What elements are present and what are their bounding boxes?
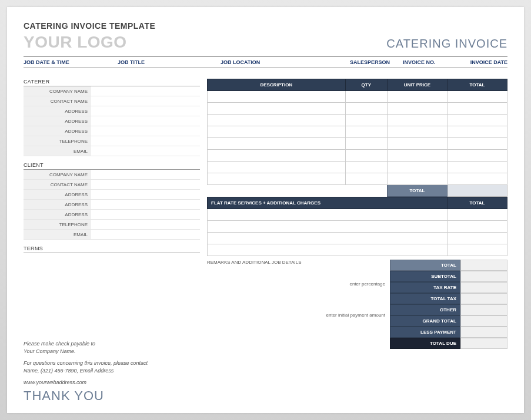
client-address3-label: ADDRESS bbox=[24, 210, 91, 219]
flat-row[interactable] bbox=[208, 221, 507, 233]
flat-row[interactable] bbox=[208, 233, 507, 244]
caterer-email-label: EMAIL bbox=[24, 146, 91, 156]
item-row[interactable] bbox=[208, 162, 507, 173]
summ-grandtotal-label: GRAND TOTAL bbox=[390, 315, 460, 327]
jh-invoice-date: INVOICE DATE bbox=[456, 59, 507, 65]
summ-subtotal-value bbox=[460, 271, 507, 282]
jh-location: JOB LOCATION bbox=[221, 59, 350, 65]
item-row[interactable] bbox=[208, 103, 507, 115]
caterer-section: CATERER bbox=[24, 79, 200, 85]
items-total-value bbox=[447, 185, 507, 197]
terms-label: TERMS bbox=[24, 246, 200, 251]
footer-url: www.yourwebaddress.com bbox=[24, 379, 200, 387]
client-address1-label: ADDRESS bbox=[24, 190, 91, 199]
flat-total-header: TOTAL bbox=[447, 197, 507, 209]
client-address2-label: ADDRESS bbox=[24, 200, 91, 209]
summ-total-label: TOTAL bbox=[390, 260, 460, 271]
invoice-page: CATERING INVOICE TEMPLATE YOUR LOGO CATE… bbox=[7, 7, 524, 413]
summ-grandtotal-value bbox=[460, 315, 507, 327]
right-column: DESCRIPTION QTY UNIT PRICE TOTAL TOTAL bbox=[207, 79, 507, 349]
items-total-row: TOTAL bbox=[208, 185, 507, 197]
client-section: CLIENT bbox=[24, 162, 200, 168]
summ-subtotal-label: SUBTOTAL bbox=[390, 271, 460, 282]
client-contact-label: CONTACT NAME bbox=[24, 180, 91, 189]
footer-text: Please make check payable to Your Compan… bbox=[24, 340, 200, 387]
items-total-label: TOTAL bbox=[387, 185, 447, 197]
item-row[interactable] bbox=[208, 115, 507, 126]
caterer-address2-label: ADDRESS bbox=[24, 116, 91, 126]
template-title: CATERING INVOICE TEMPLATE bbox=[24, 21, 507, 31]
summ-totaltax-label: TOTAL TAX bbox=[390, 293, 460, 304]
client-email-label: EMAIL bbox=[24, 230, 91, 239]
caterer-telephone-label: TELEPHONE bbox=[24, 136, 91, 146]
flat-header: FLAT RATE SERVICES + ADDITIONAL CHARGES bbox=[208, 197, 447, 209]
client-block: COMPANY NAME CONTACT NAME ADDRESS ADDRES… bbox=[24, 169, 200, 240]
item-row[interactable] bbox=[208, 150, 507, 162]
summ-total-value bbox=[460, 260, 507, 271]
flat-rate-table: FLAT RATE SERVICES + ADDITIONAL CHARGES … bbox=[207, 197, 507, 256]
caterer-company-label: COMPANY NAME bbox=[24, 86, 91, 96]
th-total: TOTAL bbox=[447, 79, 507, 91]
item-row[interactable] bbox=[208, 91, 507, 103]
invoice-title: CATERING INVOICE bbox=[386, 37, 507, 51]
item-row[interactable] bbox=[208, 138, 507, 150]
flat-row[interactable] bbox=[208, 209, 507, 221]
client-telephone-label: TELEPHONE bbox=[24, 220, 91, 229]
thank-you: THANK YOU bbox=[24, 388, 104, 404]
th-unit-price: UNIT PRICE bbox=[387, 79, 447, 91]
logo-placeholder: YOUR LOGO bbox=[24, 33, 127, 52]
caterer-block: COMPANY NAME CONTACT NAME ADDRESS ADDRES… bbox=[24, 86, 200, 156]
caterer-address1-label: ADDRESS bbox=[24, 106, 91, 116]
flat-row[interactable] bbox=[208, 244, 507, 256]
summ-lesspayment-value[interactable] bbox=[460, 327, 507, 338]
item-row[interactable] bbox=[208, 126, 507, 138]
summ-lesspayment-label: LESS PAYMENT bbox=[390, 327, 460, 338]
summ-taxrate-value[interactable] bbox=[460, 282, 507, 293]
jh-invoice-no: INVOICE NO. bbox=[403, 59, 456, 65]
th-description: DESCRIPTION bbox=[208, 79, 346, 91]
left-column: CATERER COMPANY NAME CONTACT NAME ADDRES… bbox=[24, 79, 200, 349]
remarks-title: REMARKS AND ADDITIONAL JOB DETAILS bbox=[207, 260, 390, 265]
items-table: DESCRIPTION QTY UNIT PRICE TOTAL TOTAL bbox=[207, 79, 507, 197]
client-company-label: COMPANY NAME bbox=[24, 170, 91, 179]
terms-divider bbox=[24, 253, 200, 253]
summ-taxrate-label: TAX RATE bbox=[390, 282, 460, 293]
summ-totaldue-value bbox=[460, 338, 507, 349]
hint-initial-payment: enter initial payment amount bbox=[207, 313, 390, 318]
job-header: JOB DATE & TIME JOB TITLE JOB LOCATION S… bbox=[24, 56, 507, 68]
footer-line1: Please make check payable to Your Compan… bbox=[24, 340, 200, 356]
header-row: YOUR LOGO CATERING INVOICE bbox=[24, 33, 507, 52]
summ-other-value[interactable] bbox=[460, 304, 507, 315]
footer-line2: For questions concerning this invoice, p… bbox=[24, 359, 200, 375]
summary: TOTAL SUBTOTAL TAX RATE TOTAL TAX OTHER … bbox=[390, 260, 507, 349]
item-row[interactable] bbox=[208, 173, 507, 185]
jh-datetime: JOB DATE & TIME bbox=[24, 59, 118, 65]
summ-other-label: OTHER bbox=[390, 304, 460, 315]
caterer-address3-label: ADDRESS bbox=[24, 126, 91, 136]
th-qty: QTY bbox=[345, 79, 387, 91]
remarks-area: REMARKS AND ADDITIONAL JOB DETAILS enter… bbox=[207, 260, 390, 349]
jh-salesperson: SALESPERSON bbox=[350, 59, 403, 65]
jh-title: JOB TITLE bbox=[118, 59, 221, 65]
summ-totaltax-value bbox=[460, 293, 507, 304]
caterer-contact-label: CONTACT NAME bbox=[24, 96, 91, 106]
summ-totaldue-label: TOTAL DUE bbox=[390, 338, 460, 349]
hint-percentage: enter percentage bbox=[207, 281, 390, 287]
